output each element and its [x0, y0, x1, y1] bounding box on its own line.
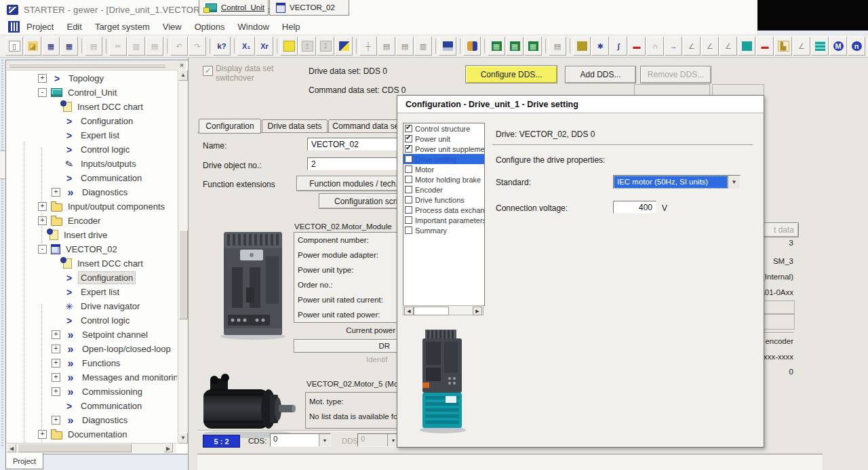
monitor-3-icon[interactable]: ▦ [524, 37, 542, 56]
chart-grey-icon[interactable]: ∠ [793, 37, 810, 56]
teal-module-icon[interactable] [738, 37, 755, 56]
key-icon[interactable] [573, 37, 591, 56]
open-project-icon[interactable]: ◪ [24, 37, 41, 56]
tree-vertical-scrollbar[interactable]: ▲ ▼ [178, 70, 188, 444]
monitor-2-icon[interactable]: ▦ [506, 37, 524, 56]
panel-grab-handle[interactable] [9, 63, 165, 68]
motor-m-icon[interactable]: M [829, 37, 847, 56]
bottom-tab-vector-02[interactable]: VECTOR_02 [269, 0, 349, 16]
module-icon[interactable] [439, 37, 456, 56]
tree-item-functions[interactable]: +Functions [7, 356, 177, 370]
tree-item-expert-list[interactable]: Expert list [7, 128, 177, 142]
tree-item-encoder[interactable]: +Encoder [7, 214, 177, 228]
tree-item-insert-drive[interactable]: Insert drive [7, 228, 177, 242]
tree-item-io-components[interactable]: +Input/output components [7, 199, 177, 214]
diagram-3-icon[interactable]: ∠ [719, 37, 737, 56]
gear-icon[interactable]: ✱ [591, 37, 609, 56]
expander-icon[interactable]: + [38, 74, 47, 83]
project-panel-tab[interactable]: Project [5, 453, 43, 469]
scroll-up-icon[interactable]: ▲ [178, 70, 188, 81]
add-dds-button[interactable]: Add DDS... [565, 66, 636, 83]
tree-item-open-closed-loop[interactable]: +Open-loop/closed-loop [7, 342, 177, 356]
diagram-1-icon[interactable]: ∠ [683, 37, 701, 56]
tree-item-messages-monitoring[interactable]: +Messages and monitoring [7, 370, 177, 385]
tree-item-control-logic[interactable]: Control logic [7, 142, 177, 157]
trace-icon[interactable]: ∩ [646, 37, 664, 56]
menu-target-system[interactable]: Target system [95, 22, 150, 32]
menu-view[interactable]: View [163, 22, 182, 32]
expander-icon[interactable]: - [38, 88, 47, 97]
expander-icon[interactable]: + [52, 416, 60, 425]
expander-icon[interactable]: + [52, 345, 60, 353]
close-icon[interactable]: × [178, 62, 186, 69]
display-dataset-switchover-checkbox[interactable]: ✓ [203, 66, 213, 76]
tab-configuration[interactable]: Configuration [199, 119, 261, 134]
step-list-scrollbar[interactable]: ◀ ▶ [403, 305, 484, 315]
sort-x1-icon[interactable]: X₁ [237, 37, 255, 56]
hook-icon[interactable]: ∫ [610, 37, 627, 56]
tree-item-expert-list-2[interactable]: Expert list [7, 285, 177, 299]
users-icon[interactable] [463, 37, 481, 56]
tab-drive-data-sets[interactable]: Drive data sets [262, 119, 328, 133]
tree-item-control-unit[interactable]: -Control_Unit [7, 85, 177, 100]
expander-icon[interactable]: + [38, 202, 47, 211]
step-motor-holding-brake[interactable]: Motor holding brake [403, 174, 484, 184]
scrollbar-thumb[interactable] [179, 230, 188, 319]
tree-item-documentation[interactable]: +Documentation [7, 427, 177, 442]
save-all-icon[interactable]: ▦ [60, 37, 78, 56]
tree-item-setpoint-channel[interactable]: +Setpoint channel [7, 328, 177, 342]
connection-voltage-input[interactable] [613, 201, 656, 214]
step-motor[interactable]: Motor [403, 164, 484, 174]
system-menu-icon[interactable] [8, 21, 20, 33]
scroll-right-icon[interactable]: ▶ [473, 307, 482, 315]
context-help-icon[interactable]: k? [213, 37, 231, 56]
tree-item-diagnostics[interactable]: +Diagnostics [7, 185, 177, 199]
tree-panel-header[interactable]: × [7, 61, 186, 71]
tree-horizontal-scrollbar[interactable]: ◀ ▶ [7, 443, 176, 453]
step-summary[interactable]: Summary [403, 225, 484, 235]
limit-2-icon[interactable]: ▬ [756, 37, 774, 56]
dialog-title[interactable]: Configuration - Drive_unit_1 - Drive set… [397, 96, 764, 113]
menu-help[interactable]: Help [282, 22, 300, 32]
tree-item-drive-navigator[interactable]: Drive navigator [7, 299, 177, 313]
monitor-1-icon[interactable]: ▦ [488, 37, 505, 56]
tree-item-communication-2[interactable]: Communication [7, 399, 177, 413]
scroll-left-icon[interactable]: ◀ [7, 444, 16, 452]
tree-item-vector-02[interactable]: -VECTOR_02 [7, 242, 177, 256]
disconnect-icon[interactable] [335, 37, 353, 56]
limit-icon[interactable]: ▬ [628, 37, 646, 56]
scroll-right-icon[interactable]: ▶ [163, 444, 173, 452]
standard-dropdown[interactable]: IEC motor (50Hz, SI units) ▼ [613, 175, 741, 189]
new-project-icon[interactable]: ▯ [5, 37, 23, 56]
tree-item-commissioning[interactable]: +Commissioning [7, 385, 177, 399]
menu-window[interactable]: Window [238, 22, 269, 32]
ramp-icon[interactable]: → [665, 37, 682, 56]
expander-icon[interactable]: - [38, 245, 47, 254]
menu-options[interactable]: Options [195, 22, 225, 32]
step-control-structure[interactable]: Control structure [403, 123, 484, 134]
menu-edit[interactable]: Edit [66, 22, 81, 32]
expander-icon[interactable]: + [52, 330, 60, 339]
chart-yellow-icon[interactable]: ▙ [774, 37, 792, 56]
grid-teal-icon[interactable] [811, 37, 829, 56]
menu-project[interactable]: Project [26, 22, 54, 32]
dropdown-arrow-icon[interactable]: ▼ [728, 176, 740, 189]
connect-target-icon[interactable] [280, 37, 298, 56]
step-process-data-exchange[interactable]: Process data exchange [403, 205, 484, 215]
sort-xr-icon[interactable]: Xr [256, 37, 273, 56]
tree-item-inputs-outputs[interactable]: Inputs/outputs [7, 157, 177, 171]
step-power-unit-supplementary[interactable]: Power unit supplementary [403, 144, 484, 154]
diagram-2-icon[interactable]: ∠ [701, 37, 719, 56]
wizard-step-list[interactable]: Control structure Power unit Power unit … [403, 123, 485, 306]
expander-icon[interactable]: + [52, 188, 60, 197]
expander-icon[interactable]: + [38, 430, 47, 439]
tree-item-control-logic-2[interactable]: Control logic [7, 313, 177, 328]
configure-dds-button[interactable]: Configure DDS... [465, 65, 557, 83]
step-important-parameters[interactable]: Important parameters [403, 215, 484, 225]
scrollbar-thumb[interactable] [18, 444, 132, 452]
scrollbar-thumb[interactable] [414, 307, 449, 315]
scroll-left-icon[interactable]: ◀ [404, 307, 414, 315]
bottom-tab-control-unit[interactable]: Control_Unit [199, 0, 269, 16]
scroll-down-icon[interactable]: ▼ [178, 433, 188, 444]
tree-item-diagnostics-2[interactable]: +Diagnostics [7, 413, 177, 427]
